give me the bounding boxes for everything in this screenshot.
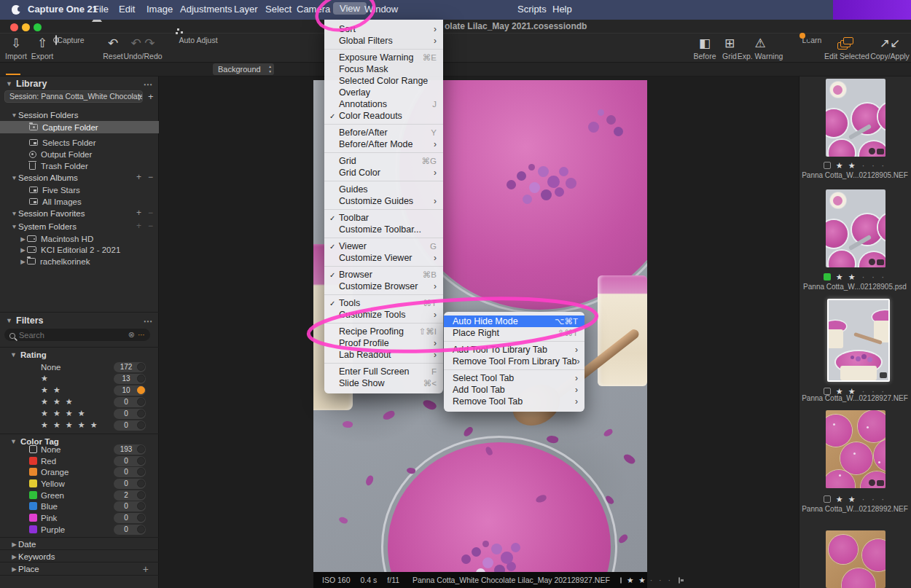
menu-item-customize-tools[interactable]: Customize Tools›	[324, 309, 443, 321]
remove-album-button[interactable]: −	[148, 172, 153, 182]
menu-item-customize-viewer[interactable]: Customize Viewer›	[324, 252, 443, 264]
menu-item-proof-profile[interactable]: Proof Profile›	[324, 337, 443, 349]
green-color-tag[interactable]	[824, 273, 831, 281]
menu-item-annotations[interactable]: AnnotationsJ	[324, 98, 443, 110]
clear-search-icon[interactable]: ⊗	[128, 330, 135, 340]
filters-panel-header[interactable]: ▼Filters⋯	[0, 314, 159, 327]
thumbnail-image-5[interactable]	[826, 530, 885, 588]
tree-item-kci-editorial[interactable]: ▶KCI Editorial 2 - 2021	[0, 244, 159, 255]
menu-item-viewer[interactable]: ✓ViewerG	[324, 240, 443, 252]
keywords-section-header[interactable]: ▶Keywords	[0, 551, 159, 562]
add-favorite-button[interactable]: +	[136, 208, 141, 218]
rating-filter-1-star[interactable]: ★13	[0, 373, 159, 384]
thumb-2-rating-row[interactable]: ★ ★· · ·	[808, 272, 902, 282]
color-filter-yellow[interactable]: Yellow0	[0, 478, 159, 489]
tree-item-output-folder[interactable]: Output Folder	[0, 149, 159, 160]
thumbnail-image-3-selected[interactable]	[827, 299, 890, 382]
tree-group-session-favorites[interactable]: ▼Session Favorites+−	[0, 208, 159, 219]
menubar-scripts[interactable]: Scripts	[517, 4, 547, 15]
color-filter-pink[interactable]: Pink0	[0, 512, 159, 523]
thumb-4-rating-row[interactable]: ★ ★· · ·	[808, 494, 902, 504]
rating-stars[interactable]: ★ ★	[627, 576, 647, 584]
filter-toggle[interactable]	[137, 421, 145, 429]
date-section-header[interactable]: ▶Date	[0, 538, 159, 550]
tree-item-rachelkorinek[interactable]: ▶rachelkorinek	[0, 256, 159, 267]
library-panel-header[interactable]: ▼Library⋯	[0, 77, 159, 90]
background-dropdown[interactable]: Background▴▾	[213, 63, 274, 75]
submenu-item-auto-hide-mode[interactable]: Auto Hide Mode⌥⌘T	[444, 315, 584, 327]
submenu-item-place-right[interactable]: Place Right⇧⌘T	[444, 327, 584, 339]
minimize-window-button[interactable]	[22, 23, 30, 31]
menubar-adjustments[interactable]: Adjustments	[180, 4, 232, 15]
filter-toggle[interactable]	[137, 479, 145, 487]
submenu-item-remove-tool-tab[interactable]: Remove Tool Tab›	[444, 396, 584, 407]
rating-section-header[interactable]: ▼Rating	[0, 348, 159, 361]
menubar-image[interactable]: Image	[146, 4, 173, 15]
rating-filter-4-stars[interactable]: ★ ★ ★ ★0	[0, 408, 159, 419]
submenu-item-select-tool-tab[interactable]: Select Tool Tab›	[444, 372, 584, 384]
filter-toggle[interactable]	[137, 525, 145, 533]
remove-folder-button[interactable]: −	[148, 221, 153, 231]
thumbnail-image-4[interactable]	[826, 410, 885, 488]
tree-group-session-folders[interactable]: ▼Session Folders	[0, 109, 159, 120]
add-session-button[interactable]: +	[148, 91, 154, 102]
thumbnail-image-1[interactable]	[826, 79, 885, 157]
menubar-help[interactable]: Help	[552, 4, 572, 15]
menu-item-selected-color-range[interactable]: Selected Color Range	[324, 75, 443, 87]
menu-item-overlay[interactable]: Overlay	[324, 87, 443, 98]
menubar-edit[interactable]: Edit	[119, 4, 135, 15]
submenu-item-add-tool-tab[interactable]: Add Tool Tab›	[444, 384, 584, 396]
tree-item-capture-folder[interactable]: Capture Folder	[0, 121, 159, 133]
tree-item-all-images[interactable]: All Images	[0, 196, 159, 207]
menu-item-focus-mask[interactable]: Focus Mask	[324, 63, 443, 75]
tree-item-trash-folder[interactable]: Trash Folder	[0, 160, 159, 171]
selection-checkbox[interactable]	[824, 162, 831, 169]
menubar-app-name[interactable]: Capture One 21	[28, 4, 98, 15]
filter-toggle[interactable]	[137, 398, 145, 406]
filter-toggle-active[interactable]	[137, 386, 145, 394]
menu-item-guides[interactable]: Guides	[324, 184, 443, 195]
session-dropdown[interactable]: Session: Panna Cotta_White Chocolate Lil…	[4, 90, 143, 103]
exposure-warning-button[interactable]: ⚠Exp. Warning	[735, 36, 786, 60]
copy-apply-button[interactable]: ↗↙Copy/Apply	[869, 36, 911, 60]
menu-item-toolbar[interactable]: ✓Toolbar	[324, 212, 443, 224]
rating-filter-2-stars[interactable]: ★ ★10	[0, 385, 159, 396]
menu-item-recipe-proofing[interactable]: Recipe Proofing⇧⌘I	[324, 326, 443, 337]
add-folder-button[interactable]: +	[136, 221, 141, 231]
filter-toggle[interactable]	[137, 502, 145, 510]
menubar-window[interactable]: Window	[364, 4, 398, 15]
filter-toggle[interactable]	[137, 363, 145, 371]
rating-filter-none[interactable]: None172	[0, 361, 159, 372]
menu-item-grid-color[interactable]: Grid Color›	[324, 167, 443, 179]
menu-item-customize-browser[interactable]: Customize Browser›	[324, 281, 443, 292]
menubar-layer[interactable]: Layer	[234, 4, 258, 15]
menubar-view[interactable]: View	[333, 2, 367, 15]
apple-menu-icon[interactable]	[12, 5, 20, 15]
filter-toggle[interactable]	[137, 514, 145, 522]
color-filter-orange[interactable]: Orange0	[0, 466, 159, 477]
color-filter-none[interactable]: None193	[0, 444, 159, 455]
filter-toggle[interactable]	[137, 409, 145, 418]
zoom-window-button[interactable]	[34, 23, 42, 31]
panel-menu-icon[interactable]: ⋯	[144, 315, 154, 326]
selection-checkbox[interactable]	[824, 495, 831, 503]
menu-item-sort[interactable]: Sort›	[324, 23, 443, 35]
rating-filter-3-stars[interactable]: ★ ★ ★0	[0, 396, 159, 407]
menu-item-before-after-mode[interactable]: Before/After Mode›	[324, 138, 443, 150]
search-input[interactable]	[19, 331, 128, 340]
add-place-button[interactable]: +	[143, 563, 149, 575]
menu-item-slide-show[interactable]: Slide Show⌘<	[324, 377, 443, 389]
selection-checkbox[interactable]	[620, 577, 622, 584]
color-tag-icon[interactable]	[679, 577, 680, 584]
tree-item-selects-folder[interactable]: Selects Folder	[0, 137, 159, 148]
filter-toggle[interactable]	[137, 375, 145, 383]
color-filter-blue[interactable]: Blue0	[0, 501, 159, 511]
menu-item-customize-toolbar[interactable]: Customize Toolbar...	[324, 224, 443, 235]
edit-selected-button[interactable]: Edit Selected	[821, 36, 873, 60]
tree-group-system-folders[interactable]: ▼System Folders+−	[0, 221, 159, 232]
color-filter-green[interactable]: Green2	[0, 490, 159, 501]
thumbnail-image-2[interactable]	[826, 189, 885, 267]
capture-button[interactable]: Capture	[52, 36, 87, 44]
auto-adjust-button[interactable]: Auto Adjust	[175, 36, 222, 44]
menubar-file[interactable]: File	[93, 4, 109, 15]
